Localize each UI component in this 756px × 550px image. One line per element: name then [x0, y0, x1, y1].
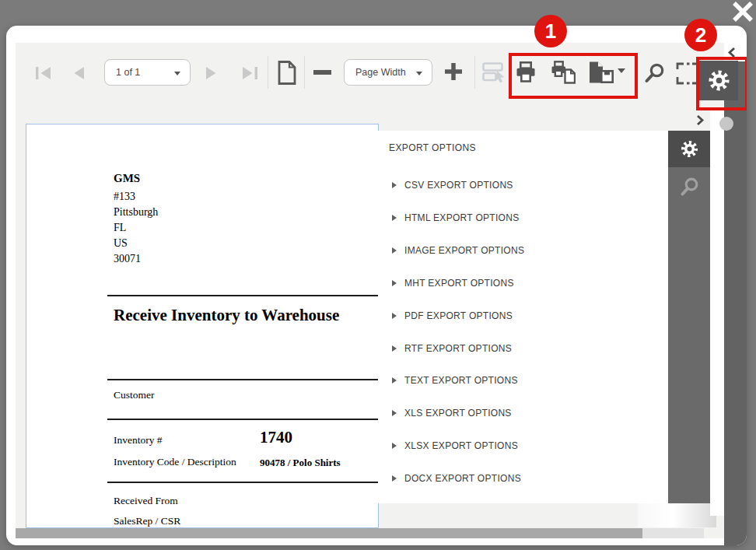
inventory-code-label: Inventory Code / Description	[114, 456, 236, 468]
screen: 1 of 1 Page Width	[0, 0, 756, 550]
export-option-item[interactable]: TEXT EXPORT OPTIONS	[378, 374, 611, 387]
expander-arrow-icon	[392, 182, 397, 188]
expander-arrow-icon	[392, 410, 397, 416]
previous-page-button[interactable]	[72, 65, 86, 81]
export-option-label: TEXT EXPORT OPTIONS	[404, 375, 518, 386]
received-from-label: Received From	[114, 495, 178, 507]
print-page-icon	[551, 61, 576, 84]
close-icon[interactable]	[732, 2, 754, 22]
tab-settings[interactable]	[668, 131, 710, 167]
report-address-line: US	[114, 237, 128, 250]
report-address-line: #133	[114, 191, 135, 203]
search-icon	[679, 177, 700, 198]
vertical-scrollbar-thumb[interactable]	[719, 117, 733, 131]
export-option-item[interactable]: CSV EXPORT OPTIONS	[378, 179, 611, 191]
toolbar-separator	[304, 56, 305, 89]
first-page-icon	[34, 65, 52, 81]
first-page-button[interactable]	[34, 65, 52, 81]
export-document-icon	[588, 61, 614, 84]
expander-arrow-icon	[392, 475, 397, 482]
horizontal-scrollbar-thumb[interactable]	[16, 528, 642, 538]
export-options-title: EXPORT OPTIONS	[389, 142, 476, 153]
expander-arrow-icon	[392, 280, 397, 286]
fullscreen-icon	[676, 62, 700, 85]
report-address-line: Pittsburgh	[114, 206, 158, 219]
export-option-label: XLS EXPORT OPTIONS	[404, 408, 512, 419]
page-number-value: 1 of 1	[116, 67, 140, 78]
export-options-panel: EXPORT OPTIONS CSV EXPORT OPTIONS HTML E…	[378, 131, 710, 503]
minus-icon	[313, 69, 332, 75]
fullscreen-button[interactable]	[676, 62, 700, 85]
export-option-label: DOCX EXPORT OPTIONS	[404, 473, 521, 484]
report-title: Receive Inventory to Warehouse	[114, 306, 339, 325]
inventory-code-value: 90478 / Polo Shirts	[260, 457, 341, 469]
page-number-select[interactable]: 1 of 1	[104, 59, 191, 86]
report-page: GMS #133 Pittsburgh FL US 30071 Receive …	[26, 124, 379, 528]
chevron-down-icon	[416, 72, 422, 75]
salesrep-label: SalesRep / CSR	[114, 515, 180, 527]
panel-tab-strip	[668, 131, 710, 503]
export-option-label: MHT EXPORT OPTIONS	[404, 278, 514, 289]
export-option-item[interactable]: XLSX EXPORT OPTIONS	[378, 440, 611, 452]
tab-search[interactable]	[668, 167, 710, 206]
collapse-toolbar-chevron[interactable]	[727, 47, 737, 61]
zoom-in-button[interactable]	[444, 62, 463, 81]
horizontal-scrollbar-track[interactable]	[16, 528, 704, 538]
vertical-scrollbar-track[interactable]	[710, 108, 724, 516]
export-dropdown-caret-icon[interactable]	[618, 68, 625, 73]
export-option-item[interactable]: DOCX EXPORT OPTIONS	[378, 472, 611, 485]
export-button[interactable]	[588, 61, 614, 84]
collapse-panel-chevron[interactable]	[695, 114, 705, 129]
print-icon	[515, 61, 537, 84]
zoom-level-value: Page Width	[355, 67, 406, 78]
expander-arrow-icon	[392, 215, 397, 221]
report-address-line: FL	[114, 222, 126, 234]
divider	[107, 379, 379, 380]
export-option-label: RTF EXPORT OPTIONS	[404, 343, 512, 354]
export-option-item[interactable]: IMAGE EXPORT OPTIONS	[378, 244, 611, 257]
divider	[107, 482, 379, 483]
highlight-editing-fields-button	[482, 62, 506, 83]
search-button[interactable]	[643, 62, 666, 85]
expander-arrow-icon	[392, 313, 397, 319]
zoom-out-button[interactable]	[313, 69, 332, 75]
divider	[107, 295, 379, 296]
panel-shadow	[638, 503, 716, 527]
export-option-item[interactable]: PDF EXPORT OPTIONS	[378, 310, 611, 322]
right-dock-bar	[724, 61, 747, 545]
gear-icon	[680, 139, 699, 159]
next-page-button[interactable]	[205, 65, 218, 81]
report-address-line: 30071	[114, 253, 141, 265]
last-page-button[interactable]	[241, 65, 259, 81]
expander-arrow-icon	[392, 247, 397, 254]
export-option-item[interactable]: MHT EXPORT OPTIONS	[378, 277, 611, 289]
report-viewer-dialog: 1 of 1 Page Width	[6, 26, 747, 545]
customer-label: Customer	[114, 389, 155, 401]
zoom-level-select[interactable]: Page Width	[344, 59, 432, 86]
expander-arrow-icon	[392, 345, 397, 352]
chevron-right-icon	[695, 114, 705, 126]
expander-arrow-icon	[392, 377, 397, 384]
export-option-item[interactable]: RTF EXPORT OPTIONS	[378, 342, 611, 355]
chevron-down-icon	[174, 72, 180, 75]
export-option-item[interactable]: XLS EXPORT OPTIONS	[378, 407, 611, 419]
annotation-badge-2: 2	[684, 19, 717, 51]
gear-icon	[707, 68, 731, 93]
print-button[interactable]	[515, 61, 537, 84]
settings-button[interactable]	[699, 61, 738, 100]
annotation-badge-1: 1	[534, 15, 567, 47]
export-option-item[interactable]: HTML EXPORT OPTIONS	[378, 212, 611, 224]
inventory-number-value: 1740	[260, 428, 292, 447]
search-icon	[643, 62, 666, 85]
print-page-button[interactable]	[551, 61, 576, 84]
page-icon	[276, 60, 298, 86]
chevron-left-icon	[727, 47, 737, 58]
report-company: GMS	[114, 172, 140, 185]
single-page-view-button[interactable]	[276, 60, 298, 86]
toolbar-separator	[268, 56, 268, 89]
export-option-label: PDF EXPORT OPTIONS	[404, 310, 513, 321]
export-option-label: IMAGE EXPORT OPTIONS	[404, 245, 524, 256]
previous-page-icon	[72, 65, 86, 81]
plus-icon	[444, 62, 463, 81]
divider	[107, 419, 379, 420]
